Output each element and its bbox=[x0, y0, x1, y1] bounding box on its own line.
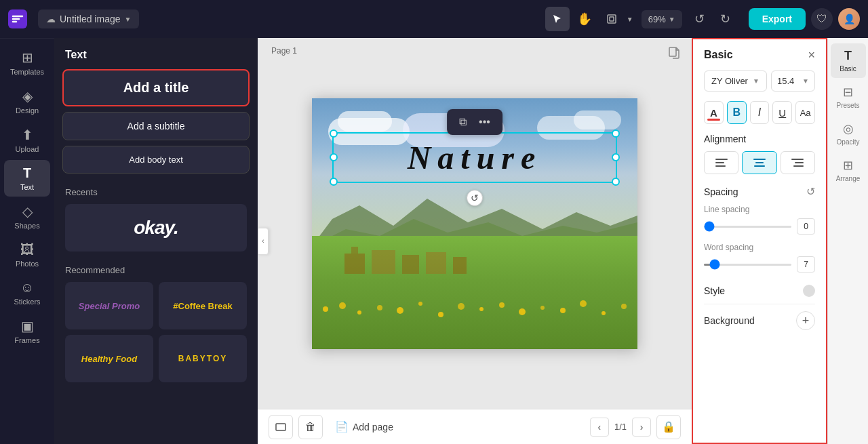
spacing-reset-button[interactable]: ↺ bbox=[806, 185, 815, 198]
case-button[interactable]: Aa bbox=[795, 101, 815, 124]
hand-tool-button[interactable]: ✋ bbox=[572, 7, 597, 31]
prev-page-button[interactable]: ‹ bbox=[590, 418, 609, 437]
select-tool-button[interactable] bbox=[545, 7, 570, 31]
bold-button[interactable]: B bbox=[727, 101, 747, 124]
style-toggle[interactable] bbox=[803, 285, 815, 297]
text-panel: Text Add a title Add a subtitle Add body… bbox=[54, 38, 258, 444]
align-left-button[interactable] bbox=[704, 151, 738, 174]
sidebar-item-frames[interactable]: ▣ Frames bbox=[4, 312, 50, 350]
font-row: ZY Oliver ▼ 15.4 ▼ bbox=[704, 70, 815, 92]
recent-okay-item[interactable]: okay. bbox=[65, 204, 247, 251]
svg-point-8 bbox=[339, 302, 346, 309]
underline-button[interactable]: U bbox=[772, 101, 792, 124]
zoom-level: 69% bbox=[648, 14, 666, 24]
recommended-special-promo[interactable]: Special Promo bbox=[65, 282, 153, 329]
handle-top-right[interactable] bbox=[612, 129, 620, 138]
sidebar-item-shapes[interactable]: ◇ Shapes bbox=[4, 198, 50, 235]
shield-button[interactable]: 🛡 bbox=[811, 8, 833, 30]
svg-point-10 bbox=[377, 305, 382, 310]
font-size-dropdown[interactable]: 15.4 ▼ bbox=[771, 70, 815, 92]
add-subtitle-button[interactable]: Add a subtitle bbox=[62, 112, 250, 140]
file-title: Untitled image bbox=[60, 14, 121, 24]
italic-button[interactable]: I bbox=[750, 101, 770, 124]
sidebar-item-photos[interactable]: 🖼 Photos bbox=[4, 237, 50, 273]
toolbar-copy-button[interactable]: ⧉ bbox=[455, 113, 471, 131]
tab-opacity[interactable]: ◎ Opacity bbox=[831, 116, 866, 151]
tab-presets[interactable]: ⊟ Presets bbox=[831, 79, 866, 115]
svg-point-19 bbox=[560, 308, 566, 313]
svg-point-18 bbox=[540, 306, 545, 310]
line-spacing-value[interactable]: 0 bbox=[797, 218, 815, 235]
canvas-frame[interactable]: Nature ↺ ⧉ ••• bbox=[312, 98, 637, 349]
background-label: Background bbox=[704, 315, 755, 326]
svg-rect-27 bbox=[426, 252, 446, 274]
arrange-tab-label: Arrange bbox=[836, 175, 861, 182]
align-center-button[interactable] bbox=[742, 151, 776, 174]
collapse-panel-button[interactable]: ‹ bbox=[258, 228, 269, 255]
rotate-handle[interactable]: ↺ bbox=[467, 190, 483, 206]
right-panel: Basic × ZY Oliver ▼ 15.4 ▼ bbox=[692, 38, 868, 444]
nature-text-display: Nature bbox=[334, 134, 616, 182]
sidebar-item-upload[interactable]: ⬆ Upload bbox=[4, 121, 50, 159]
lock-button[interactable]: 🔒 bbox=[656, 415, 681, 439]
svg-point-22 bbox=[621, 304, 627, 309]
recommended-grid: Special Promo #Coffee Break Healthy Food… bbox=[65, 282, 247, 382]
design-icon: ◈ bbox=[22, 88, 33, 104]
recommended-section: Recommended Special Promo #Coffee Break … bbox=[54, 262, 258, 390]
add-page-button[interactable]: 📄 Add page bbox=[328, 416, 400, 437]
redo-button[interactable]: ↻ bbox=[713, 7, 738, 31]
word-spacing-value[interactable]: 7 bbox=[797, 256, 815, 273]
align-right-button[interactable] bbox=[781, 151, 815, 174]
line-spacing-slider[interactable] bbox=[704, 226, 791, 228]
recent-okay-text: okay. bbox=[134, 217, 178, 239]
basic-panel-close-button[interactable]: × bbox=[808, 49, 815, 61]
toolbar-more-button[interactable]: ••• bbox=[475, 113, 494, 131]
export-button[interactable]: Export bbox=[749, 8, 806, 30]
zoom-chevron: ▼ bbox=[669, 16, 675, 23]
sidebar-item-templates[interactable]: ⊞ Templates bbox=[4, 44, 50, 81]
tab-arrange[interactable]: ⊞ Arrange bbox=[831, 153, 866, 188]
right-tabs-sidebar: T Basic ⊟ Presets ◎ Opacity ⊞ Arrange bbox=[827, 38, 868, 444]
zoom-control[interactable]: 69% ▼ bbox=[642, 10, 682, 28]
text-color-button[interactable]: A bbox=[704, 101, 724, 124]
font-select-dropdown[interactable]: ZY Oliver ▼ bbox=[704, 70, 767, 92]
sidebar-item-text[interactable]: T Text bbox=[4, 160, 50, 197]
font-size: 15.4 bbox=[777, 76, 794, 86]
handle-bottom-right[interactable] bbox=[612, 178, 620, 186]
delete-button[interactable]: 🗑 bbox=[298, 415, 323, 439]
canvas-page-icon[interactable] bbox=[667, 46, 681, 62]
svg-rect-28 bbox=[453, 257, 467, 274]
svg-point-14 bbox=[458, 303, 465, 310]
handle-middle-right[interactable] bbox=[612, 153, 620, 161]
page-count: 1/1 bbox=[614, 422, 627, 432]
frame-tool-button[interactable] bbox=[599, 7, 624, 31]
undo-redo-group: ↺ ↻ bbox=[688, 7, 738, 31]
user-avatar[interactable]: 👤 bbox=[838, 8, 860, 30]
text-selection-area[interactable]: Nature ↺ bbox=[332, 132, 617, 183]
app-logo[interactable] bbox=[8, 9, 27, 28]
add-title-button[interactable]: Add a title bbox=[62, 69, 250, 106]
bottom-bar: 🗑 📄 Add page ‹ 1/1 › 🔒 bbox=[258, 409, 692, 444]
add-body-button[interactable]: Add body text bbox=[62, 146, 250, 174]
svg-point-20 bbox=[580, 300, 587, 307]
svg-rect-25 bbox=[372, 250, 395, 274]
word-spacing-label: Word spacing bbox=[704, 243, 815, 252]
recommended-healthy-food[interactable]: Healthy Food bbox=[65, 335, 153, 382]
sidebar-item-stickers[interactable]: ☺ Stickers bbox=[4, 275, 50, 311]
page-thumbnail-button[interactable] bbox=[269, 415, 293, 439]
handle-bottom-left[interactable] bbox=[330, 178, 338, 186]
handle-top-left[interactable] bbox=[330, 129, 338, 138]
recommended-coffee-break[interactable]: #Coffee Break bbox=[159, 282, 247, 329]
next-page-button[interactable]: › bbox=[632, 418, 651, 437]
background-add-button[interactable]: + bbox=[796, 311, 815, 330]
tab-basic[interactable]: T Basic bbox=[831, 43, 866, 78]
sidebar-item-design[interactable]: ◈ Design bbox=[4, 83, 50, 120]
cloud-5 bbox=[574, 110, 621, 129]
add-page-icon: 📄 bbox=[335, 420, 349, 433]
undo-button[interactable]: ↺ bbox=[688, 7, 712, 31]
file-title-button[interactable]: ☁ Untitled image ▼ bbox=[38, 9, 139, 28]
recommended-babytoy[interactable]: BABYTOY bbox=[159, 335, 247, 382]
word-spacing-slider[interactable] bbox=[704, 264, 791, 266]
opacity-tab-label: Opacity bbox=[837, 138, 860, 146]
handle-middle-left[interactable] bbox=[330, 153, 338, 161]
